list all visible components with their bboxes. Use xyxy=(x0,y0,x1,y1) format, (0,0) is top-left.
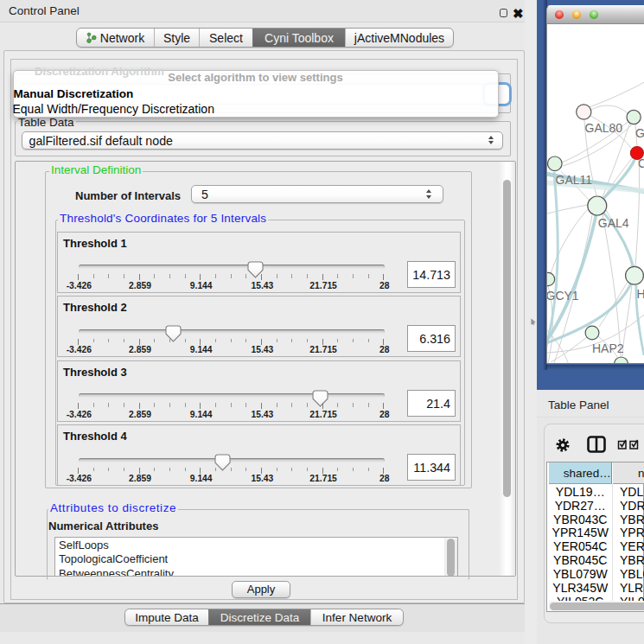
svg-text:GAL80: GAL80 xyxy=(585,120,623,134)
svg-text:GAL11: GAL11 xyxy=(556,173,593,187)
svg-text:GCY1: GCY1 xyxy=(547,289,579,303)
svg-text:HI: HI xyxy=(637,286,644,300)
svg-text:GA: GA xyxy=(635,125,644,139)
svg-text:HAP2: HAP2 xyxy=(592,341,624,354)
svg-text:GAL4: GAL4 xyxy=(598,215,629,229)
svg-text:CD: CD xyxy=(638,156,644,169)
